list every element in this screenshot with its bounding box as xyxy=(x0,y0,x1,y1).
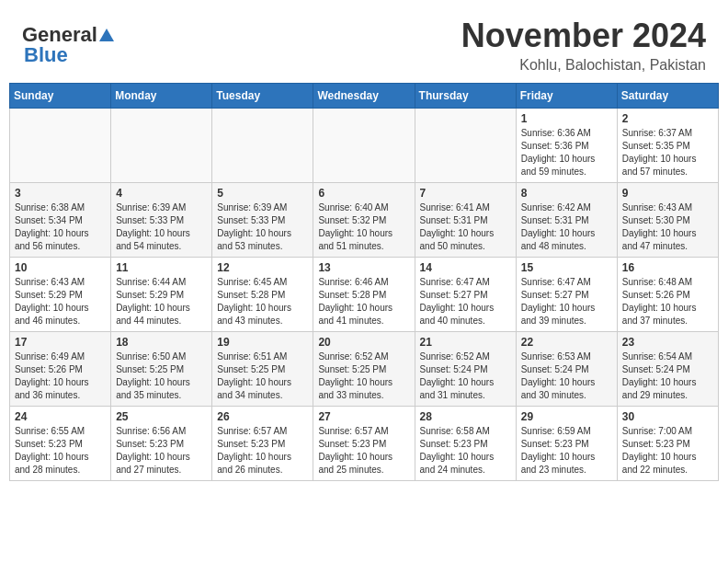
day-info: Sunrise: 6:55 AM Sunset: 5:23 PM Dayligh… xyxy=(15,425,106,477)
day-cell xyxy=(313,109,415,183)
week-row-1: 1Sunrise: 6:36 AM Sunset: 5:36 PM Daylig… xyxy=(10,109,719,183)
week-row-2: 3Sunrise: 6:38 AM Sunset: 5:34 PM Daylig… xyxy=(10,183,719,258)
day-info: Sunrise: 6:57 AM Sunset: 5:23 PM Dayligh… xyxy=(318,425,409,477)
column-header-sunday: Sunday xyxy=(10,84,111,109)
day-cell xyxy=(415,109,516,183)
day-info: Sunrise: 6:37 AM Sunset: 5:35 PM Dayligh… xyxy=(622,127,713,178)
day-number: 3 xyxy=(15,187,106,200)
day-info: Sunrise: 6:39 AM Sunset: 5:33 PM Dayligh… xyxy=(217,201,308,253)
day-cell: 12Sunrise: 6:45 AM Sunset: 5:28 PM Dayli… xyxy=(212,258,313,332)
day-info: Sunrise: 6:46 AM Sunset: 5:28 PM Dayligh… xyxy=(318,276,409,327)
day-number: 5 xyxy=(217,187,308,200)
day-cell: 26Sunrise: 6:57 AM Sunset: 5:23 PM Dayli… xyxy=(212,407,313,481)
day-number: 1 xyxy=(521,112,612,125)
day-number: 12 xyxy=(217,261,308,274)
header-row: SundayMondayTuesdayWednesdayThursdayFrid… xyxy=(10,84,719,109)
day-number: 2 xyxy=(622,112,713,125)
day-info: Sunrise: 6:41 AM Sunset: 5:31 PM Dayligh… xyxy=(420,201,511,253)
day-number: 6 xyxy=(318,187,409,200)
day-info: Sunrise: 7:00 AM Sunset: 5:23 PM Dayligh… xyxy=(622,425,713,477)
day-info: Sunrise: 6:40 AM Sunset: 5:32 PM Dayligh… xyxy=(318,201,409,253)
day-number: 30 xyxy=(622,410,713,423)
day-cell: 8Sunrise: 6:42 AM Sunset: 5:31 PM Daylig… xyxy=(516,183,617,258)
day-number: 14 xyxy=(420,261,511,274)
day-number: 25 xyxy=(116,410,207,423)
day-number: 29 xyxy=(521,410,612,423)
day-info: Sunrise: 6:52 AM Sunset: 5:25 PM Dayligh… xyxy=(318,350,409,402)
day-number: 16 xyxy=(622,261,713,274)
day-number: 10 xyxy=(15,261,106,274)
day-cell: 19Sunrise: 6:51 AM Sunset: 5:25 PM Dayli… xyxy=(212,332,313,407)
column-header-tuesday: Tuesday xyxy=(212,84,313,109)
day-number: 19 xyxy=(217,336,308,349)
day-info: Sunrise: 6:42 AM Sunset: 5:31 PM Dayligh… xyxy=(521,201,612,253)
day-cell: 11Sunrise: 6:44 AM Sunset: 5:29 PM Dayli… xyxy=(111,258,212,332)
column-header-thursday: Thursday xyxy=(415,84,516,109)
month-title: November 2024 xyxy=(461,17,706,55)
day-cell: 16Sunrise: 6:48 AM Sunset: 5:26 PM Dayli… xyxy=(617,258,718,332)
day-info: Sunrise: 6:36 AM Sunset: 5:36 PM Dayligh… xyxy=(521,127,612,178)
column-header-friday: Friday xyxy=(516,84,617,109)
day-info: Sunrise: 6:44 AM Sunset: 5:29 PM Dayligh… xyxy=(116,276,207,327)
day-cell xyxy=(212,109,313,183)
day-number: 24 xyxy=(15,410,106,423)
day-info: Sunrise: 6:53 AM Sunset: 5:24 PM Dayligh… xyxy=(521,350,612,402)
day-cell: 2Sunrise: 6:37 AM Sunset: 5:35 PM Daylig… xyxy=(617,109,718,183)
day-cell: 15Sunrise: 6:47 AM Sunset: 5:27 PM Dayli… xyxy=(516,258,617,332)
day-number: 4 xyxy=(116,187,207,200)
day-number: 17 xyxy=(15,336,106,349)
day-cell: 22Sunrise: 6:53 AM Sunset: 5:24 PM Dayli… xyxy=(516,332,617,407)
page-header: General Blue November 2024 Kohlu, Baloch… xyxy=(0,0,728,83)
day-cell: 14Sunrise: 6:47 AM Sunset: 5:27 PM Dayli… xyxy=(415,258,516,332)
day-number: 13 xyxy=(318,261,409,274)
column-header-wednesday: Wednesday xyxy=(313,84,415,109)
day-cell: 24Sunrise: 6:55 AM Sunset: 5:23 PM Dayli… xyxy=(10,407,111,481)
day-cell: 30Sunrise: 7:00 AM Sunset: 5:23 PM Dayli… xyxy=(617,407,718,481)
day-number: 7 xyxy=(420,187,511,200)
day-number: 28 xyxy=(420,410,511,423)
svg-marker-0 xyxy=(99,29,114,41)
day-info: Sunrise: 6:54 AM Sunset: 5:24 PM Dayligh… xyxy=(622,350,713,402)
location-title: Kohlu, Balochistan, Pakistan xyxy=(461,57,706,74)
day-info: Sunrise: 6:56 AM Sunset: 5:23 PM Dayligh… xyxy=(116,425,207,477)
day-info: Sunrise: 6:43 AM Sunset: 5:29 PM Dayligh… xyxy=(15,276,106,327)
day-info: Sunrise: 6:50 AM Sunset: 5:25 PM Dayligh… xyxy=(116,350,207,402)
day-number: 15 xyxy=(521,261,612,274)
day-cell: 4Sunrise: 6:39 AM Sunset: 5:33 PM Daylig… xyxy=(111,183,212,258)
day-info: Sunrise: 6:59 AM Sunset: 5:23 PM Dayligh… xyxy=(521,425,612,477)
day-number: 21 xyxy=(420,336,511,349)
day-cell: 27Sunrise: 6:57 AM Sunset: 5:23 PM Dayli… xyxy=(313,407,415,481)
day-cell: 6Sunrise: 6:40 AM Sunset: 5:32 PM Daylig… xyxy=(313,183,415,258)
day-cell: 3Sunrise: 6:38 AM Sunset: 5:34 PM Daylig… xyxy=(10,183,111,258)
logo: General Blue xyxy=(22,23,116,67)
week-row-4: 17Sunrise: 6:49 AM Sunset: 5:26 PM Dayli… xyxy=(10,332,719,407)
day-number: 22 xyxy=(521,336,612,349)
day-info: Sunrise: 6:52 AM Sunset: 5:24 PM Dayligh… xyxy=(420,350,511,402)
day-info: Sunrise: 6:49 AM Sunset: 5:26 PM Dayligh… xyxy=(15,350,106,402)
day-info: Sunrise: 6:47 AM Sunset: 5:27 PM Dayligh… xyxy=(521,276,612,327)
day-number: 8 xyxy=(521,187,612,200)
title-block: November 2024 Kohlu, Balochistan, Pakist… xyxy=(461,17,706,74)
day-cell: 1Sunrise: 6:36 AM Sunset: 5:36 PM Daylig… xyxy=(516,109,617,183)
day-info: Sunrise: 6:45 AM Sunset: 5:28 PM Dayligh… xyxy=(217,276,308,327)
column-header-saturday: Saturday xyxy=(617,84,718,109)
day-cell: 10Sunrise: 6:43 AM Sunset: 5:29 PM Dayli… xyxy=(10,258,111,332)
day-info: Sunrise: 6:58 AM Sunset: 5:23 PM Dayligh… xyxy=(420,425,511,477)
day-number: 9 xyxy=(622,187,713,200)
day-number: 20 xyxy=(318,336,409,349)
day-cell: 13Sunrise: 6:46 AM Sunset: 5:28 PM Dayli… xyxy=(313,258,415,332)
week-row-3: 10Sunrise: 6:43 AM Sunset: 5:29 PM Dayli… xyxy=(10,258,719,332)
calendar-body: 1Sunrise: 6:36 AM Sunset: 5:36 PM Daylig… xyxy=(10,109,719,481)
day-cell xyxy=(10,109,111,183)
day-info: Sunrise: 6:51 AM Sunset: 5:25 PM Dayligh… xyxy=(217,350,308,402)
day-info: Sunrise: 6:38 AM Sunset: 5:34 PM Dayligh… xyxy=(15,201,106,253)
column-header-monday: Monday xyxy=(111,84,212,109)
day-cell: 9Sunrise: 6:43 AM Sunset: 5:30 PM Daylig… xyxy=(617,183,718,258)
calendar-header: SundayMondayTuesdayWednesdayThursdayFrid… xyxy=(10,84,719,109)
calendar-wrapper: SundayMondayTuesdayWednesdayThursdayFrid… xyxy=(0,83,728,490)
day-cell: 5Sunrise: 6:39 AM Sunset: 5:33 PM Daylig… xyxy=(212,183,313,258)
day-cell: 23Sunrise: 6:54 AM Sunset: 5:24 PM Dayli… xyxy=(617,332,718,407)
day-number: 11 xyxy=(116,261,207,274)
day-cell: 17Sunrise: 6:49 AM Sunset: 5:26 PM Dayli… xyxy=(10,332,111,407)
day-cell xyxy=(111,109,212,183)
